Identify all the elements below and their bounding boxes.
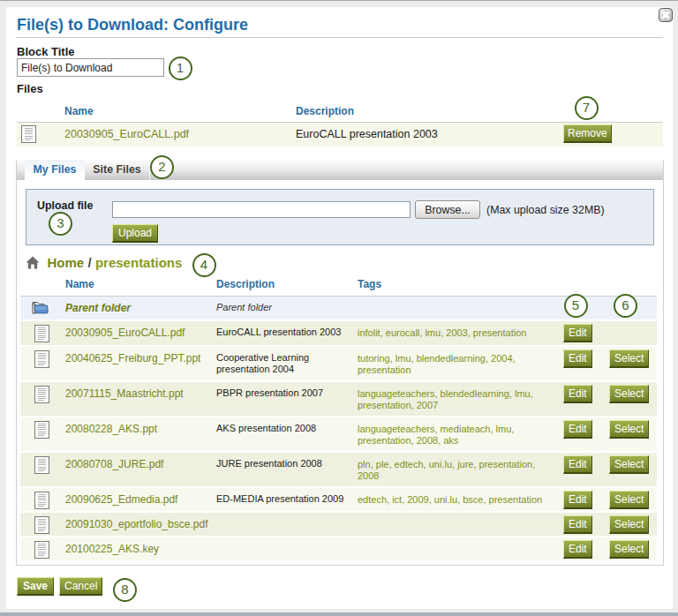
file-description: Cooperative Learning presentation 2004: [216, 347, 358, 379]
document-icon: [34, 541, 49, 559]
file-name-link[interactable]: 20090625_Edmedia.pdf: [65, 493, 177, 506]
file-browser-header: Name Description Tags: [20, 275, 657, 296]
file-tags: pln, ple, edtech, uni.lu, jure, presenta…: [358, 453, 557, 486]
file-row: 20090625_Edmedia.pdfED-MEDIA presentatio…: [20, 488, 657, 513]
selected-file-row: 20030905_EuroCALL.pdfEuroCALL presentati…: [17, 123, 663, 146]
file-tags: tutoring, lmu, blendedlearning, 2004, pr…: [358, 347, 557, 380]
file-type-icon-cell: [20, 417, 65, 439]
file-tags: [358, 297, 557, 307]
annotation-badge-6: 6: [614, 294, 637, 318]
file-tags: edtech, ict, 2009, uni.lu, bsce, present…: [358, 488, 557, 510]
file-tags: languageteachers, blendedlearning, lmu, …: [358, 382, 557, 416]
document-icon: [34, 325, 49, 342]
select-cell: Select: [605, 537, 657, 559]
select-button[interactable]: Select: [609, 491, 649, 509]
edit-button[interactable]: Edit: [563, 385, 592, 403]
file-description: EuroCALL presentation 2003: [216, 321, 358, 342]
browse-button[interactable]: Browse...: [415, 200, 480, 219]
file-tags: languageteachers, mediateach, lmu, prese…: [358, 417, 557, 451]
file-browser-col-name: Name: [65, 278, 94, 290]
dialog-title: File(s) to Download: Configure: [17, 16, 248, 34]
edit-button[interactable]: Edit: [563, 420, 592, 439]
select-cell: Select: [605, 347, 657, 368]
annotation-badge-1: 1: [169, 56, 192, 80]
file-tags: [358, 537, 557, 548]
file-row: 20080228_AKS.pptAKS presentation 2008lan…: [20, 417, 657, 453]
file-type-icon-cell: [20, 453, 65, 474]
block-title-input[interactable]: [17, 58, 164, 77]
upload-file-input[interactable]: [112, 201, 411, 218]
parent-folder-row: Parent folderParent folder: [20, 297, 657, 321]
home-icon: [26, 256, 40, 269]
selected-files-table: 20030905_EuroCALL.pdfEuroCALL presentati…: [17, 123, 663, 146]
close-button[interactable]: [659, 8, 673, 22]
file-type-icon-cell: [17, 123, 64, 143]
edit-cell: Edit: [557, 513, 605, 534]
annotation-badge-3: 3: [49, 212, 72, 236]
select-button[interactable]: Select: [609, 540, 649, 559]
document-icon: [21, 125, 36, 143]
edit-button[interactable]: Edit: [563, 455, 592, 474]
tab-site-files[interactable]: Site Files: [85, 160, 150, 180]
remove-button[interactable]: Remove: [563, 124, 612, 143]
document-icon: [34, 386, 49, 403]
file-row: 20030905_EuroCALL.pdfEuroCALL presentati…: [20, 321, 657, 347]
document-icon: [34, 421, 49, 439]
edit-button[interactable]: Edit: [563, 491, 592, 509]
breadcrumb-current-folder[interactable]: presentations: [95, 255, 182, 270]
file-type-icon-cell: [20, 488, 65, 509]
upload-file-box: Upload file Browse... (Max upload size 3…: [26, 189, 654, 245]
file-row: 20080708_JURE.pdfJURE presentation 2008p…: [20, 453, 657, 488]
edit-button[interactable]: Edit: [563, 540, 592, 559]
selected-files-col-name: Name: [64, 105, 94, 117]
file-row: 20071115_Maastricht.pptPBPR presentation…: [20, 382, 657, 417]
select-button[interactable]: Select: [609, 455, 649, 474]
file-description: JURE presentation 2008: [216, 453, 358, 474]
edit-button[interactable]: Edit: [563, 324, 592, 342]
edit-cell: Edit: [557, 488, 605, 509]
file-name-link[interactable]: 20040625_Freiburg_PPT.ppt: [65, 352, 200, 364]
cancel-button[interactable]: Cancel: [59, 577, 102, 596]
select-button[interactable]: Select: [609, 385, 649, 403]
edit-cell: Edit: [557, 453, 605, 474]
file-description: PBPR presentation 2007: [216, 382, 358, 403]
select-cell: [605, 321, 657, 324]
file-row: 20040625_Freiburg_PPT.pptCooperative Lea…: [20, 347, 657, 382]
select-button[interactable]: Select: [609, 515, 649, 534]
upload-button[interactable]: Upload: [112, 224, 158, 243]
annotation-badge-4: 4: [192, 253, 216, 277]
file-name-link[interactable]: 20091030_eportfolio_bsce.pdf: [65, 518, 207, 530]
edit-cell: Edit: [557, 321, 605, 342]
file-name-link[interactable]: 20071115_Maastricht.ppt: [65, 387, 184, 400]
file-description: [216, 513, 358, 522]
file-tags: infolit, eurocall, lmu, 2003, presentati…: [358, 321, 557, 343]
block-title-label: Block Title: [17, 45, 75, 58]
file-description: Parent folder: [216, 297, 358, 318]
file-name-link[interactable]: 20100225_AKS.key: [65, 543, 159, 555]
selected-file-name-link[interactable]: 20030905_EuroCALL.pdf: [64, 128, 189, 140]
annotation-badge-2: 2: [150, 155, 174, 179]
save-button[interactable]: Save: [17, 577, 54, 596]
edit-button[interactable]: Edit: [563, 349, 592, 368]
select-cell: Select: [605, 513, 657, 534]
edit-cell: Edit: [557, 537, 605, 559]
file-name-link[interactable]: 20080708_JURE.pdf: [65, 458, 163, 470]
file-name-link[interactable]: 20030905_EuroCALL.pdf: [65, 327, 185, 339]
file-type-icon-cell: [20, 382, 65, 403]
max-upload-size-note: (Max upload size 32MB): [486, 204, 605, 216]
select-button[interactable]: Select: [609, 420, 649, 439]
file-description: AKS presentation 2008: [216, 417, 358, 439]
select-button[interactable]: Select: [609, 349, 649, 368]
parent-folder-link[interactable]: Parent folder: [65, 302, 131, 314]
file-name-link[interactable]: 20080228_AKS.ppt: [65, 423, 157, 435]
select-cell: Select: [605, 382, 657, 403]
select-cell: Select: [605, 453, 657, 474]
edit-button[interactable]: Edit: [563, 515, 592, 534]
document-icon: [34, 350, 49, 368]
breadcrumb-separator: /: [88, 255, 95, 270]
select-cell: Select: [605, 488, 657, 509]
file-tags: [358, 513, 557, 523]
tab-my-files[interactable]: My Files: [25, 160, 85, 180]
breadcrumb-home-link[interactable]: Home: [47, 255, 84, 270]
dialog: File(s) to Download: Configure Block Tit…: [6, 7, 673, 609]
